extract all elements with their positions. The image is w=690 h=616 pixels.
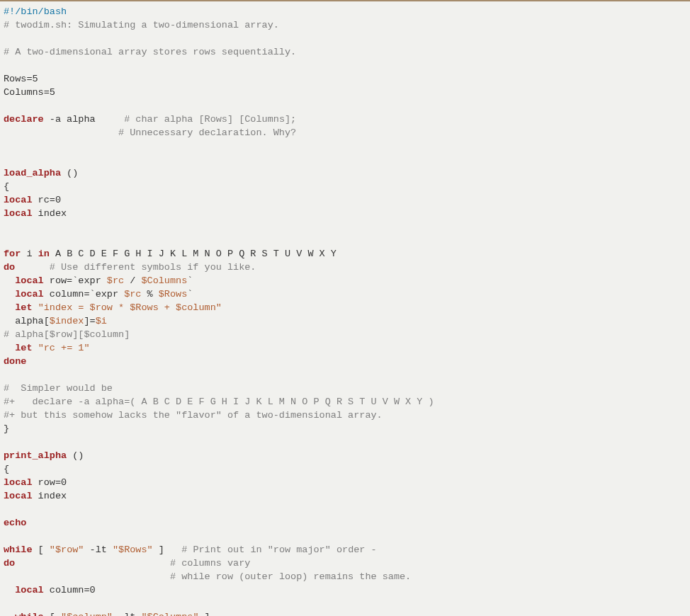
declare-args: -a alpha: [44, 114, 124, 125]
keyword-do: do: [4, 262, 15, 273]
keyword-in: in: [38, 249, 50, 259]
backtick: `: [187, 289, 193, 300]
keyword-let: let: [15, 343, 32, 353]
string-literal: "index = $row * $Rows + $column": [38, 302, 222, 313]
identifier: index: [33, 208, 67, 219]
bracket: ]: [153, 544, 182, 555]
indent: [4, 275, 15, 286]
keyword-done: done: [4, 356, 26, 367]
string-literal: "$Rows": [113, 544, 153, 555]
backtick: `: [187, 275, 193, 286]
comment-line: # Print out in "row major" order -: [181, 544, 376, 555]
assignment: rc=0: [33, 195, 62, 205]
code-block: #!/bin/bash # twodim.sh: Simulating a tw…: [0, 1, 690, 616]
keyword-local: local: [15, 585, 44, 595]
keyword-local: local: [15, 289, 44, 300]
pad: [4, 571, 170, 582]
comment-line: # Use different symbols if you like.: [15, 262, 256, 273]
keyword-let: let: [15, 302, 32, 313]
brace: {: [4, 181, 9, 192]
string-literal: "rc += 1": [38, 343, 90, 353]
string-literal: "$Columns": [141, 612, 198, 616]
for-var: i: [21, 249, 38, 259]
comment-line: # columns vary: [170, 558, 250, 569]
variable-rc: $rc: [107, 275, 124, 286]
variable-rc: $rc: [124, 289, 141, 300]
indent: [4, 343, 15, 353]
comment-line: # alpha[$row][$column]: [4, 329, 130, 340]
indent: [4, 289, 15, 300]
expr-part: row=`expr: [44, 275, 107, 286]
keyword-local: local: [4, 477, 33, 488]
indent: [4, 302, 15, 313]
shebang-line: #!/bin/bash: [4, 6, 67, 17]
paren: (): [67, 450, 84, 461]
comment-line: # Unnecessary declaration. Why?: [4, 127, 296, 138]
paren: (): [61, 168, 78, 178]
identifier: index: [33, 491, 67, 501]
keyword-local: local: [4, 195, 33, 205]
assignment: column=0: [44, 585, 96, 595]
expr-part: %: [141, 289, 158, 300]
brace: {: [4, 464, 9, 474]
keyword-local: local: [15, 275, 44, 286]
expr-part: column=`expr: [44, 289, 124, 300]
brace: }: [4, 423, 9, 434]
bracket: [: [33, 544, 50, 555]
expr-part: /: [124, 275, 141, 286]
variable-i: $i: [96, 316, 107, 326]
function-load-alpha: load_alpha: [4, 168, 61, 178]
keyword-local: local: [4, 208, 33, 219]
indent: [4, 612, 15, 616]
variable-index: $index: [50, 316, 84, 326]
comment-line: #+ declare -a alpha=( A B C D E F G H I …: [4, 397, 434, 407]
comment-line: # Simpler would be: [4, 383, 113, 394]
comment-line: # A two-dimensional array stores rows se…: [4, 47, 296, 57]
space: [33, 343, 38, 353]
assignment: row=0: [33, 477, 67, 488]
bracket: ]: [198, 612, 210, 616]
keyword-local: local: [4, 491, 33, 501]
assignment: Rows=5: [4, 74, 38, 84]
operator: -lt: [84, 544, 113, 555]
comment-line: #+ but this somehow lacks the "flavor" o…: [4, 410, 383, 421]
keyword-do: do: [4, 558, 15, 569]
alpha-assign-pre: alpha[: [4, 316, 50, 326]
string-literal: "$row": [50, 544, 84, 555]
for-list: A B C D E F G H I J K L M N O P Q R S T …: [50, 249, 336, 259]
comment-line: # twodim.sh: Simulating a two-dimensiona…: [4, 20, 279, 30]
bracket: [: [44, 612, 61, 616]
keyword-for: for: [4, 249, 21, 259]
keyword-echo: echo: [4, 518, 26, 528]
space: [33, 302, 38, 313]
indent: [4, 585, 15, 595]
function-print-alpha: print_alpha: [4, 450, 67, 461]
alpha-assign-mid: ]=: [84, 316, 95, 326]
variable-columns: $Columns: [141, 275, 187, 286]
comment-line: # while row (outer loop) remains the sam…: [170, 571, 411, 582]
comment-line: # char alpha [Rows] [Columns];: [124, 114, 296, 125]
variable-rows: $Rows: [159, 289, 188, 300]
keyword-while: while: [15, 612, 44, 616]
pad: [15, 558, 170, 569]
operator: -lt: [113, 612, 142, 616]
keyword-while: while: [4, 544, 33, 555]
assignment: Columns=5: [4, 87, 55, 98]
keyword-declare: declare: [4, 114, 44, 125]
string-literal: "$column": [61, 612, 113, 616]
